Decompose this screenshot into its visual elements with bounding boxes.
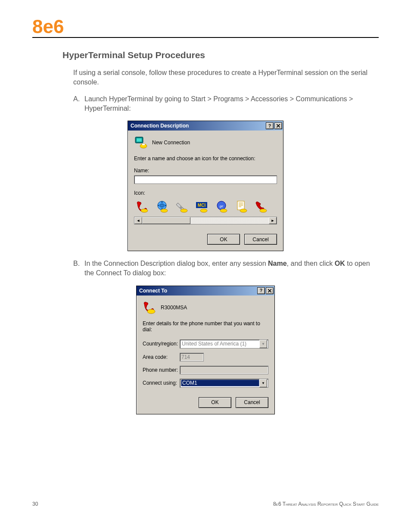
- titlebar: Connection Description ?: [128, 121, 283, 131]
- phone-red-icon[interactable]: [135, 199, 149, 214]
- svg-point-8: [181, 209, 187, 212]
- area-code-label: Area code:: [143, 354, 180, 360]
- svg-point-7: [180, 206, 182, 209]
- help-button[interactable]: ?: [257, 287, 265, 294]
- ok-button[interactable]: OK: [199, 397, 231, 408]
- new-connection-label: New Connection: [152, 140, 190, 146]
- svg-point-11: [200, 209, 207, 212]
- cancel-button[interactable]: Cancel: [244, 234, 277, 245]
- session-name-label: R3000MSA: [161, 305, 187, 311]
- titlebar: Connect To ?: [137, 286, 274, 296]
- step-b: B. In the Connection Description dialog …: [73, 259, 372, 277]
- icon-picker[interactable]: MCI ge: [134, 198, 277, 216]
- close-button[interactable]: [274, 122, 282, 129]
- dialog-title: Connect To: [139, 288, 256, 294]
- connection-description-dialog: Connection Description ?: [128, 121, 283, 251]
- scroll-left-button[interactable]: ◄: [134, 217, 142, 224]
- step-a: A. Launch HyperTerminal by going to Star…: [73, 94, 372, 113]
- scroll-thumb[interactable]: [142, 217, 190, 224]
- globe-icon[interactable]: [155, 199, 169, 214]
- svg-point-6: [161, 209, 168, 212]
- svg-point-16: [240, 209, 247, 212]
- mci-icon[interactable]: MCI: [194, 199, 209, 214]
- dialog-instruction: Enter details for the phone number that …: [143, 320, 268, 333]
- intro-paragraph: If using a serial console, follow these …: [73, 68, 372, 87]
- dropdown-icon: ▼: [259, 379, 267, 387]
- brand-logo: 8e6: [32, 17, 64, 37]
- dialog-instruction: Enter a name and choose an icon for the …: [134, 156, 277, 162]
- ok-button[interactable]: OK: [207, 234, 240, 245]
- document-icon[interactable]: [234, 199, 249, 214]
- step-text: Launch HyperTerminal by going to Start >…: [84, 94, 372, 113]
- close-icon: [268, 289, 271, 292]
- connect-to-dialog: Connect To ? R3000MSA Enter details for …: [136, 286, 275, 414]
- svg-rect-3: [142, 144, 145, 145]
- phone-handset-icon[interactable]: [254, 199, 268, 214]
- svg-rect-1: [137, 138, 142, 142]
- step-text: In the Connection Description dialog box…: [84, 259, 372, 277]
- dropdown-icon: ▼: [259, 340, 267, 348]
- scroll-track[interactable]: [190, 217, 269, 224]
- svg-point-5: [158, 201, 166, 210]
- connect-using-label: Connect using:: [143, 380, 180, 386]
- name-label: Name:: [134, 168, 277, 174]
- svg-point-14: [220, 209, 227, 212]
- area-code-input[interactable]: [180, 353, 204, 361]
- satellite-icon[interactable]: [174, 199, 189, 214]
- country-label: Country/region:: [143, 341, 180, 347]
- phone-label: Phone number:: [143, 367, 180, 373]
- dialog-title: Connection Description: [131, 123, 265, 129]
- help-button[interactable]: ?: [266, 122, 274, 129]
- cancel-button[interactable]: Cancel: [236, 397, 268, 408]
- svg-text:MCI: MCI: [198, 203, 206, 208]
- name-input[interactable]: [134, 175, 277, 184]
- country-select[interactable]: United States of America (1) ▼: [180, 339, 268, 348]
- footer-title: 8e6 Threat Analysis Reporter Quick Start…: [273, 501, 379, 507]
- phone-input[interactable]: [180, 366, 268, 374]
- svg-text:ge: ge: [220, 204, 224, 208]
- connect-using-select[interactable]: COM1 ▼: [180, 379, 268, 388]
- step-letter: B.: [73, 259, 84, 277]
- page-footer: 30 8e6 Threat Analysis Reporter Quick St…: [32, 501, 379, 507]
- session-icon: [143, 301, 156, 314]
- icon-label: Icon:: [134, 190, 277, 196]
- scroll-right-button[interactable]: ►: [269, 217, 277, 224]
- icon-scrollbar[interactable]: ◄ ►: [134, 217, 277, 224]
- page-number: 30: [32, 501, 38, 507]
- ge-logo-icon[interactable]: ge: [214, 199, 229, 214]
- step-letter: A.: [73, 94, 84, 113]
- svg-point-18: [147, 309, 155, 314]
- new-connection-icon: [134, 136, 148, 149]
- close-button[interactable]: [266, 287, 274, 294]
- section-title: HyperTerminal Setup Procedures: [62, 50, 379, 60]
- close-icon: [277, 124, 280, 128]
- svg-point-4: [141, 209, 148, 212]
- svg-point-17: [260, 209, 267, 212]
